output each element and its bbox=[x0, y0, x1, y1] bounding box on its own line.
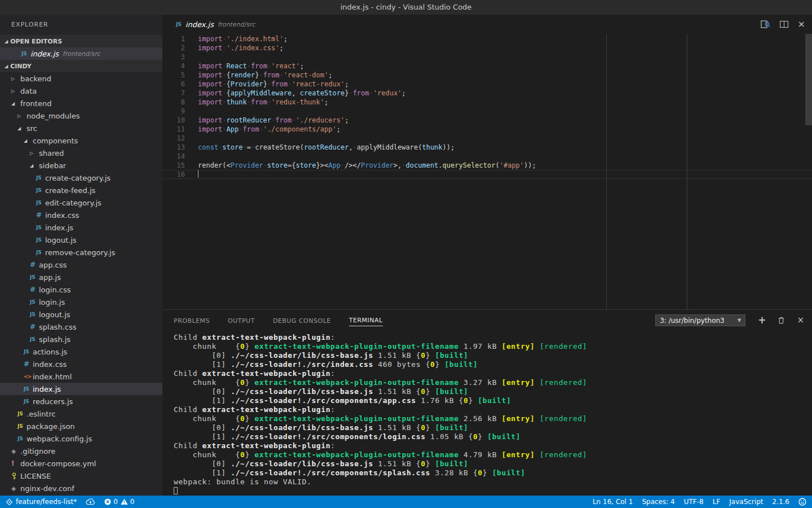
tree-item-index-html[interactable]: <>index.html bbox=[0, 370, 162, 383]
tree-item-splash-css[interactable]: #splash.css bbox=[0, 321, 162, 333]
file-label: docker-compose.yml bbox=[20, 459, 96, 468]
file-label: index.css bbox=[45, 211, 79, 220]
expanded-arrow-icon: ◢ bbox=[30, 163, 39, 168]
tab-index-js[interactable]: JS index.js frontend/src bbox=[176, 20, 255, 29]
tree-item-nginx-dev-conf[interactable]: ◈nginx-dev.conf bbox=[0, 482, 162, 494]
code-line-8[interactable]: 8import·thunk·from·'redux-thunk'; bbox=[162, 98, 812, 107]
code-line-7[interactable]: 7import·{applyMiddleware,·createStore}·f… bbox=[162, 89, 812, 98]
code-line-15[interactable]: 15render(<Provider·store={store}><App·/>… bbox=[162, 161, 812, 170]
line-col-indicator[interactable]: Ln 16, Col 1 bbox=[593, 496, 633, 508]
tree-item-package-json[interactable]: JSpackage.json bbox=[0, 420, 162, 432]
terminal-line: chunk {0} extract-text-webpack-plugin-ou… bbox=[174, 414, 812, 423]
line-number: 10 bbox=[162, 116, 185, 125]
code-line-5[interactable]: 5import·{render}·from·'react-dom'; bbox=[162, 71, 812, 80]
line-content: import·React·from·'react'; bbox=[185, 62, 812, 71]
code-line-12[interactable]: 12 bbox=[162, 134, 812, 143]
sync-publish-item[interactable] bbox=[86, 496, 95, 508]
code-line-6[interactable]: 6import·{Provider}·from·'react-redux'; bbox=[162, 80, 812, 89]
panel-tab-debug-console[interactable]: DEBUG CONSOLE bbox=[273, 315, 331, 326]
panel-tab-output[interactable]: OUTPUT bbox=[228, 315, 255, 326]
js-file-icon: JS bbox=[176, 21, 182, 27]
language-indicator[interactable]: JavaScript bbox=[729, 496, 763, 508]
panel-tab-terminal[interactable]: TERMINAL bbox=[349, 314, 383, 326]
code-line-13[interactable]: 13const·store·=·createStore(rootReducer,… bbox=[162, 143, 812, 152]
code-line-9[interactable]: 9 bbox=[162, 107, 812, 116]
tree-item-webpack-config-js[interactable]: JSwebpack.config.js bbox=[0, 432, 162, 445]
tree-item-components[interactable]: ◢components bbox=[0, 134, 162, 147]
open-editor-item-index-js[interactable]: JS index.js frontend/src bbox=[0, 47, 162, 60]
tree-item-shared[interactable]: ▷shared bbox=[0, 147, 162, 159]
git-branch-item[interactable]: feature/feeds-list* bbox=[6, 496, 77, 508]
tree-item-logout-js[interactable]: JSlogout.js bbox=[0, 308, 162, 321]
tree-item-node-modules[interactable]: ▷node_modules bbox=[0, 110, 162, 122]
tree-item-index-css[interactable]: #index.css bbox=[0, 209, 162, 221]
folder-section-header[interactable]: ◢ CINDY bbox=[0, 60, 162, 72]
problems-item[interactable]: 0 0 bbox=[104, 496, 134, 508]
file-label: node_modules bbox=[27, 112, 80, 120]
indentation-indicator[interactable]: Spaces: 4 bbox=[642, 496, 674, 508]
open-editor-path: frontend/src bbox=[63, 50, 100, 58]
line-content: import·rootReducer·from·'./reducers'; bbox=[185, 116, 812, 125]
tree-item-frontend[interactable]: ◢frontend bbox=[0, 97, 162, 110]
panel-tabs: PROBLEMSOUTPUTDEBUG CONSOLETERMINAL bbox=[174, 314, 401, 326]
js-file-icon: JS bbox=[24, 349, 33, 354]
file-label: actions.js bbox=[33, 348, 67, 356]
version-indicator[interactable]: 2.1.6 bbox=[772, 496, 789, 508]
tree-item-actions-js[interactable]: JSactions.js bbox=[0, 345, 162, 358]
code-line-14[interactable]: 14 bbox=[162, 152, 812, 161]
open-editors-section-header[interactable]: ◢ OPEN EDITORS bbox=[0, 35, 162, 47]
new-terminal-icon[interactable]: + bbox=[758, 316, 766, 325]
tree-item-login-css[interactable]: #login.css bbox=[0, 283, 162, 296]
tree-item-splash-js[interactable]: JSsplash.js bbox=[0, 333, 162, 345]
split-editor-icon[interactable] bbox=[780, 21, 788, 28]
code-line-10[interactable]: 10import·rootReducer·from·'./reducers'; bbox=[162, 116, 812, 125]
tree-item-data[interactable]: ▷data bbox=[0, 85, 162, 97]
file-label: sidebar bbox=[39, 161, 66, 170]
tree-item-index-css[interactable]: #index.css bbox=[0, 358, 162, 370]
code-line-16[interactable]: 16 bbox=[162, 170, 812, 179]
terminal-picker-dropdown[interactable]: 3: /usr/bin/python3 ▼ bbox=[655, 314, 745, 326]
terminal-output[interactable]: Child extract-text-webpack-plugin: chunk… bbox=[162, 331, 812, 496]
tree-item-edit-category-js[interactable]: JSedit-category.js bbox=[0, 196, 162, 209]
js-file-icon: JS bbox=[36, 249, 45, 255]
tree-item-reducers-js[interactable]: JSreducers.js bbox=[0, 395, 162, 408]
tree-item-app-css[interactable]: #app.css bbox=[0, 259, 162, 271]
code-line-1[interactable]: 1import·'./index.html'; bbox=[162, 34, 812, 43]
tree-item-src[interactable]: ◢src bbox=[0, 122, 162, 134]
code-line-4[interactable]: 4import·React·from·'react'; bbox=[162, 62, 812, 71]
editor-area: JS index.js frontend/src × 1impo bbox=[162, 15, 812, 309]
close-panel-icon[interactable]: × bbox=[797, 316, 804, 325]
tree-item-backend[interactable]: ▷backend bbox=[0, 72, 162, 85]
trash-icon[interactable] bbox=[778, 317, 784, 324]
close-editor-icon[interactable]: × bbox=[798, 20, 805, 29]
eol-indicator[interactable]: LF bbox=[713, 496, 721, 508]
tree-item-logout-js[interactable]: JSlogout.js bbox=[0, 234, 162, 246]
tree-item-index-js[interactable]: JSindex.js bbox=[0, 383, 162, 395]
tree-item-eslintrc[interactable]: JS.eslintrc bbox=[0, 408, 162, 420]
tree-item-app-js[interactable]: JSapp.js bbox=[0, 271, 162, 283]
tree-item-license[interactable]: LICENSE bbox=[0, 470, 162, 482]
file-label: index.html bbox=[33, 373, 72, 381]
tree-item-create-category-js[interactable]: JScreate-category.js bbox=[0, 172, 162, 184]
tree-item-login-js[interactable]: JSlogin.js bbox=[0, 296, 162, 308]
code-line-11[interactable]: 11import·App·from·'./components/app'; bbox=[162, 125, 812, 134]
tree-item-remove-category-js[interactable]: JSremove-category.js bbox=[0, 246, 162, 259]
code-editor[interactable]: 1import·'./index.html';2import·'./index.… bbox=[162, 34, 812, 309]
code-line-2[interactable]: 2import·'./index.css'; bbox=[162, 43, 812, 52]
yml-file-icon: ! bbox=[11, 459, 20, 467]
js-file-icon: JS bbox=[21, 51, 30, 56]
feedback-smiley-icon[interactable] bbox=[798, 498, 806, 506]
file-label: components bbox=[33, 137, 78, 145]
tree-item-sidebar[interactable]: ◢sidebar bbox=[0, 159, 162, 172]
file-label: app.js bbox=[39, 273, 61, 282]
panel-tab-problems[interactable]: PROBLEMS bbox=[174, 315, 210, 326]
tree-item-docker-compose-yml[interactable]: !docker-compose.yml bbox=[0, 457, 162, 470]
code-line-3[interactable]: 3 bbox=[162, 52, 812, 62]
tree-item-gitignore[interactable]: ◈.gitignore bbox=[0, 445, 162, 457]
preview-icon[interactable] bbox=[761, 20, 770, 28]
encoding-indicator[interactable]: UTF-8 bbox=[684, 496, 704, 508]
tree-item-create-feed-js[interactable]: JScreate-feed.js bbox=[0, 184, 162, 196]
tree-item-index-js[interactable]: JSindex.js bbox=[0, 221, 162, 234]
editor-group: JS index.js frontend/src × 1impo bbox=[162, 15, 812, 496]
editor-scrollbar[interactable] bbox=[805, 34, 812, 125]
